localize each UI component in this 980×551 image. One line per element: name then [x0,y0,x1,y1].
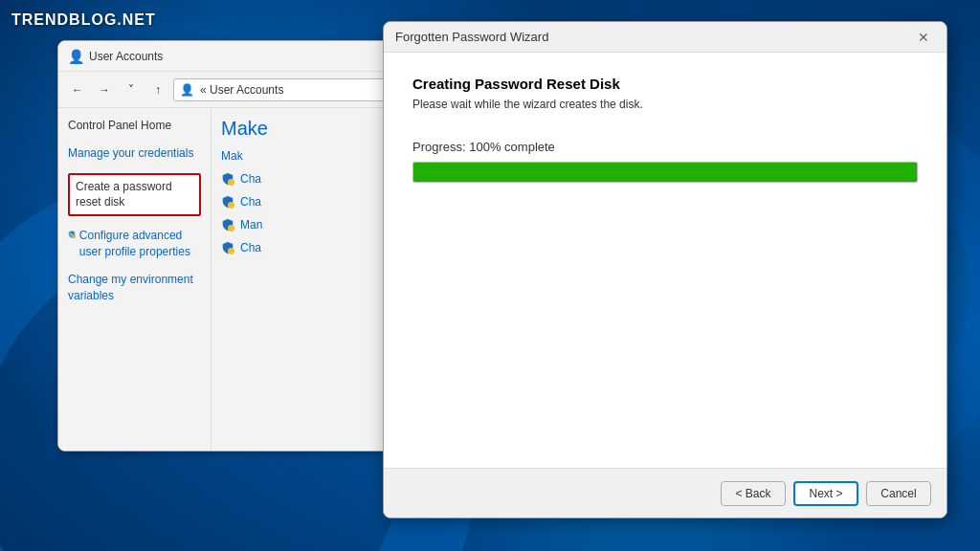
wizard-subtext: Please wait while the wizard creates the… [412,98,918,111]
sidebar-item-manage-credentials[interactable]: Manage your credentials [68,145,201,162]
ua-sidebar: Control Panel Home Manage your credentia… [58,108,212,451]
sidebar-item-control-panel-home[interactable]: Control Panel Home [68,118,201,134]
address-text: « User Accounts [200,83,283,97]
cha3-label: Cha [240,241,261,254]
shield-icon-cha2 [221,195,234,209]
sidebar-item-create-password-reset[interactable]: Create a password reset disk [68,173,201,217]
mak-label: Mak [221,149,243,163]
wizard-dialog: Forgotten Password Wizard ✕ Creating Pas… [383,21,947,518]
wizard-dialog-title: Forgotten Password Wizard [395,30,904,44]
wizard-titlebar: Forgotten Password Wizard ✕ [384,22,947,53]
user-accounts-window: 👤 User Accounts ← → ˅ ↑ 👤 « User Account… [57,40,431,452]
sidebar-item-change-environment[interactable]: Change my environment variables [68,272,201,304]
progress-bar-container [412,162,918,183]
shield-icon-cha3 [221,241,234,254]
dropdown-button[interactable]: ˅ [120,78,143,101]
address-icon: 👤 [180,83,194,97]
svg-point-5 [228,248,234,254]
shield-icon-man [221,218,234,231]
wizard-close-button[interactable]: ✕ [912,26,935,49]
back-button[interactable]: ← [66,78,89,101]
cancel-button[interactable]: Cancel [866,481,931,506]
ua-titlebar: 👤 User Accounts [58,41,430,72]
cha1-label: Cha [240,172,261,186]
watermark: TRENDBLOG.NET [11,11,156,29]
configure-advanced-label: Configure advanced user profile properti… [79,228,201,260]
svg-text:!: ! [73,234,74,238]
next-button[interactable]: Next > [793,481,858,506]
ua-body: Control Panel Home Manage your credentia… [58,108,430,451]
up-button[interactable]: ↑ [146,78,169,101]
sidebar-item-configure-advanced[interactable]: ! Configure advanced user profile proper… [68,228,201,260]
progress-bar-fill [413,163,917,182]
wizard-body: Creating Password Reset Disk Please wait… [384,53,947,468]
shield-icon: ! [68,228,76,241]
forward-button[interactable]: → [93,78,116,101]
shield-icon-cha1 [221,172,234,186]
ua-window-title: User Accounts [89,50,420,63]
man-label: Man [240,218,262,231]
svg-point-4 [228,225,234,231]
back-button[interactable]: < Back [721,481,786,506]
ua-navigation-bar: ← → ˅ ↑ 👤 « User Accounts [58,72,430,108]
progress-label: Progress: 100% complete [412,140,918,154]
svg-point-2 [228,179,234,186]
wizard-heading: Creating Password Reset Disk [412,76,918,92]
cha2-label: Cha [240,195,261,209]
ua-window-icon: 👤 [68,49,83,64]
wizard-footer: < Back Next > Cancel [384,468,947,518]
svg-point-3 [228,202,234,209]
